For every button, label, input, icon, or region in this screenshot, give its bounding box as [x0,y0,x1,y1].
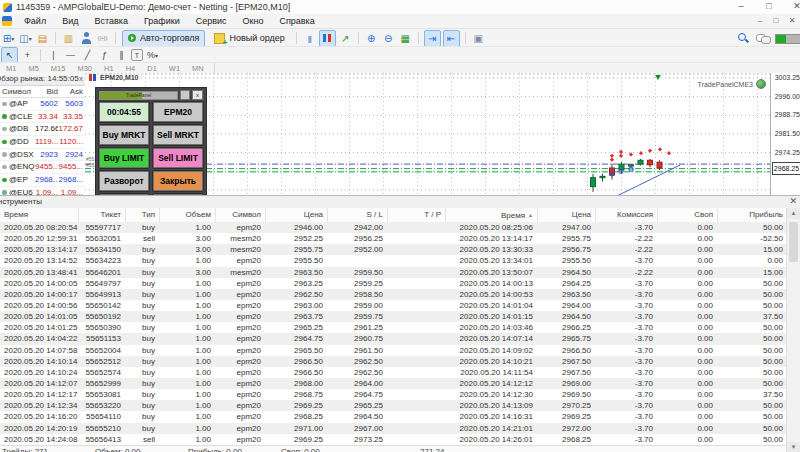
history-column-3[interactable]: Объем [159,208,215,222]
panel-symbol-button[interactable]: EPM20 [153,102,203,122]
history-column-5[interactable]: Цена [265,208,327,222]
timeframe-D1[interactable]: D1 [141,64,163,73]
data-window-icon[interactable]: ▣ [471,31,486,46]
history-row[interactable]: 2020.05.20 14:12:3455653220buy1.00epm202… [0,400,787,411]
horizontal-line-tool-icon[interactable]: — [63,48,78,63]
objects-tool-icon[interactable]: %▾ [145,48,160,63]
history-row[interactable]: 2020.05.20 13:48:4155646201buy3.00mesm20… [0,267,787,278]
history-row[interactable]: 2020.05.20 08:20:5455597717buy1.00epm202… [0,222,787,233]
history-column-8[interactable]: Время▲ [445,208,537,222]
market-watch-row[interactable]: @CLE33.3433.35 [0,111,85,124]
search-icon[interactable] [737,32,749,44]
history-scrollbar[interactable]: ▲ ▼ [786,208,800,452]
trendline-tool-icon[interactable]: ╱ [80,48,95,63]
child-minimize-button[interactable]: – [752,15,768,27]
market-watch-row[interactable]: @AP56025603 [0,98,85,111]
menu-item-Справка[interactable]: Справка [271,14,322,28]
history-row[interactable]: 2020.05.20 14:00:1755649913buy1.00epm202… [0,289,787,300]
scrollbar-thumb[interactable] [789,222,798,262]
economic-calendar-icon[interactable]: ▥ [61,31,76,46]
menu-item-Сервис[interactable]: Сервис [188,14,235,28]
toolbox-close-icon[interactable]: ✕ [789,196,797,207]
tile-windows-icon[interactable]: ▦ [398,31,413,46]
menu-item-Графики[interactable]: Графики [136,14,188,28]
crosshair-tool-icon[interactable]: + [20,48,35,63]
close-button[interactable]: ✕ [784,0,800,13]
history-row[interactable]: 2020.05.20 14:00:5655650142buy1.00epm202… [0,300,787,311]
history-column-0[interactable]: Время [0,208,78,222]
market-watch-col-ask[interactable]: Ask [58,86,85,97]
market-watch-row[interactable]: @ENQ9455...9455... [0,161,85,174]
history-column-1[interactable]: Тикет [78,208,125,222]
trade-panel-minimize-icon[interactable] [180,90,190,100]
history-row[interactable]: 2020.05.20 14:20:1955655210buy1.00epm202… [0,423,787,434]
buy-market-button[interactable]: Buy MRKT [99,125,149,145]
price-axis[interactable]: 3003.252996.002988.752981.502974.252968.… [770,73,800,195]
text-tool-icon[interactable]: T [131,49,143,61]
zoom-out-icon[interactable]: ⊖ [381,31,396,46]
menu-item-Вид[interactable]: Вид [54,14,86,28]
market-watch-row[interactable]: @EU61.09...1.09... [0,187,85,195]
history-column-10[interactable]: Комиссия [595,208,657,222]
market-watch-col-symbol[interactable]: Символ [0,86,35,97]
signal-icon[interactable]: ((•)) [95,31,110,46]
sell-market-button[interactable]: Sell MRKT [153,125,203,145]
chart-tab[interactable]: EPM20,M10 [89,74,139,81]
history-row[interactable]: 2020.05.20 14:12:1755653081buy1.00epm202… [0,389,787,400]
history-column-6[interactable]: S / L [327,208,387,222]
timeframe-MN[interactable]: MN [186,64,210,73]
timeframe-M15[interactable]: M15 [45,64,72,73]
market-watch-col-bid[interactable]: Bid [35,86,58,97]
scroll-down-icon[interactable]: ▼ [787,442,800,452]
buy-limit-button[interactable]: Buy LIMIT [99,148,149,168]
timeframe-W1[interactable]: W1 [163,64,186,73]
autotrade-button[interactable]: Авто-торговля [122,30,205,47]
history-column-11[interactable]: Своп [657,208,717,222]
market-watch-close-icon[interactable]: x [79,73,83,85]
new-chart-icon[interactable]: ⊞▾ [1,31,16,46]
auto-scroll-icon[interactable]: ⇤ [443,30,460,47]
reverse-button[interactable]: Разворот [99,171,149,191]
market-watch-row[interactable]: @EP2968...2968... [0,174,85,187]
history-row[interactable]: 2020.05.20 14:01:0555650192buy1.00epm202… [0,311,787,322]
history-row[interactable]: 2020.05.20 14:00:0555649797buy1.00epm202… [0,278,787,289]
history-row[interactable]: 2020.05.20 14:10:2455652574buy1.00epm202… [0,367,787,378]
timeframe-M1[interactable]: M1 [0,64,22,73]
history-row[interactable]: 2020.05.20 14:01:2555650390buy1.00epm202… [0,322,787,333]
channel-tool-icon[interactable]: ∥ [114,48,129,63]
menu-item-Файл[interactable]: Файл [16,14,54,28]
history-row[interactable]: 2020.05.20 14:07:5855652004buy1.00epm202… [0,345,787,356]
child-restore-button[interactable]: □ [768,15,784,27]
fibonacci-tool-icon[interactable]: ƒ [97,48,112,63]
new-order-button[interactable]: Новый ордер [209,31,289,46]
history-row[interactable]: 2020.05.20 14:10:1455652512buy1.00epm202… [0,356,787,367]
history-row[interactable]: 2020.05.20 12:59:3155632051sell3.00mesm2… [0,233,787,244]
cursor-tool-icon[interactable]: ↖ [1,47,18,64]
history-column-4[interactable]: Символ [215,208,265,222]
ea-smiley-icon[interactable] [756,79,766,89]
history-row[interactable]: 2020.05.20 14:04:2255651153buy1.00epm202… [0,333,787,344]
history-column-2[interactable]: Тип [125,208,159,222]
market-folder-icon[interactable]: ▤ [35,31,50,46]
scroll-up-icon[interactable]: ▲ [787,208,800,219]
vertical-line-tool-icon[interactable]: | [46,48,61,63]
menu-item-Вставка[interactable]: Вставка [86,14,135,28]
community-icon[interactable] [78,31,93,46]
market-watch-row[interactable]: @DSX29232924 [0,149,85,162]
close-position-button[interactable]: Закрыть [153,171,203,191]
trade-panel-close-icon[interactable]: x [192,90,203,100]
market-watch-row[interactable]: @DB172.66172.67 [0,123,85,136]
line-chart-icon[interactable]: ↗ [338,31,353,46]
zoom-in-icon[interactable]: ⊕ [364,31,379,46]
timeframe-M5[interactable]: M5 [22,64,44,73]
candle-chart-icon[interactable] [319,30,336,47]
history-row[interactable]: 2020.05.20 14:24:0855656413sell1.00epm20… [0,434,787,445]
sell-limit-button[interactable]: Sell LIMIT [153,148,203,168]
child-close-button[interactable]: ✕ [784,15,800,27]
history-column-9[interactable]: Цена [537,208,595,222]
shift-end-icon[interactable]: ⇥ [424,30,441,47]
market-watch-row[interactable]: @DD1119...1120... [0,136,85,149]
minimize-button[interactable]: – [728,0,754,13]
history-row[interactable]: 2020.05.20 13:14:1755634150buy3.00mesm20… [0,244,787,255]
bar-chart-icon[interactable]: ||| [302,31,317,46]
